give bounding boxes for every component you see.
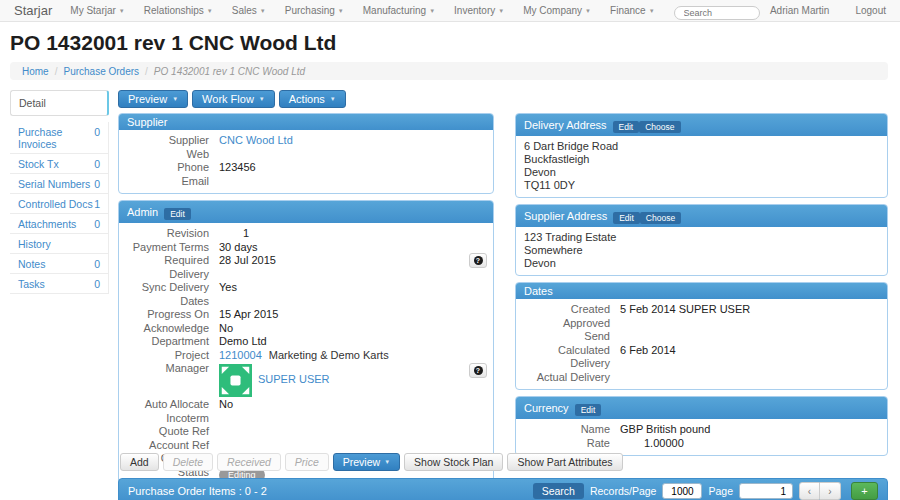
records-per-page-input[interactable]: [662, 483, 702, 499]
page-number-input[interactable]: [739, 483, 793, 499]
footer-search-button[interactable]: Search: [533, 483, 584, 499]
button-label: Received: [227, 456, 271, 468]
nav-menu-manufacturing[interactable]: Manufacturing▼: [363, 5, 435, 16]
add-button[interactable]: Add: [120, 453, 159, 471]
nav-menu-purchasing[interactable]: Purchasing▼: [285, 5, 344, 16]
field-value: [219, 412, 485, 426]
logout-link[interactable]: Logout: [855, 5, 886, 16]
side-column: Delivery Address EditChoose 6 Dart Bridg…: [515, 113, 888, 462]
nav-menu-finance[interactable]: Finance▼: [610, 5, 655, 16]
search-input[interactable]: [674, 6, 760, 20]
preview-button-label: Preview: [128, 93, 167, 105]
sidebar-item-count: 0: [94, 126, 100, 150]
page-label: Page: [708, 485, 733, 497]
nav-menu-label: Manufacturing: [363, 5, 426, 16]
edit-button[interactable]: Edit: [164, 208, 191, 220]
field-label: Web: [127, 148, 219, 162]
show-stock-plan-button[interactable]: Show Stock Plan: [404, 453, 503, 471]
nav-menu-label: My Starjar: [70, 5, 116, 16]
sidebar-item-history[interactable]: History: [10, 234, 108, 254]
preview-button[interactable]: Preview▼: [333, 453, 400, 471]
sidebar-item-serial-numbers[interactable]: Serial Numbers0: [10, 174, 108, 194]
add-item-button[interactable]: +: [851, 482, 878, 500]
field-row-department: DepartmentDemo Ltd: [127, 335, 485, 349]
field-label: Quote Ref: [127, 425, 219, 439]
field-value: [620, 330, 879, 344]
preview-button[interactable]: Preview ▼: [118, 90, 188, 108]
items-footer-controls: Search Records/Page Page ‹ › +: [533, 482, 878, 500]
sidebar-item-stock-tx[interactable]: Stock Tx0: [10, 154, 108, 174]
brand-logo[interactable]: Starjar: [14, 3, 52, 18]
field-label: Rate: [524, 437, 620, 451]
help-icon[interactable]: ?: [469, 363, 487, 378]
panel-title: Supplier Address: [524, 210, 607, 222]
choose-button[interactable]: Choose: [639, 121, 680, 133]
sidebar-item-label: Serial Numbers: [18, 178, 90, 190]
previous-page-button[interactable]: ‹: [799, 482, 820, 500]
field-value: 1210004Marketing & Demo Karts: [219, 349, 485, 363]
nav-menu-relationships[interactable]: Relationships▼: [144, 5, 213, 16]
user-avatar: [219, 364, 252, 397]
edit-button[interactable]: Edit: [613, 212, 640, 224]
price-button: Price: [285, 453, 329, 471]
workflow-button-label: Work Flow: [202, 93, 254, 105]
choose-button[interactable]: Choose: [640, 212, 681, 224]
field-value: [620, 317, 879, 331]
field-value: 15 Apr 2015: [219, 308, 485, 322]
nav-menu-inventory[interactable]: Inventory▼: [454, 5, 504, 16]
sidebar-item-purchase-invoices[interactable]: Purchase Invoices0: [10, 122, 108, 154]
caret-down-icon: ▼: [259, 96, 265, 102]
address-line: Buckfastleigh: [524, 153, 879, 166]
field-row-email: Email: [127, 175, 485, 189]
panel-title: Supplier: [127, 116, 167, 128]
field-label: Progress On: [127, 308, 219, 322]
field-label: Account Ref: [127, 439, 219, 453]
supplier-address-header: Supplier Address EditChoose: [516, 205, 887, 227]
edit-button[interactable]: Edit: [575, 404, 602, 416]
edit-button[interactable]: Edit: [613, 121, 640, 133]
field-value-text: 1.00000: [644, 437, 684, 449]
field-label: Revision: [127, 227, 219, 241]
field-row-required-delivery: Required Delivery28 Jul 2015: [127, 254, 485, 281]
breadcrumb-link-purchase-orders[interactable]: Purchase Orders: [63, 66, 139, 77]
sidebar-item-notes[interactable]: Notes0: [10, 254, 108, 274]
breadcrumb-link-home[interactable]: Home: [22, 66, 49, 77]
sidebar-item-label: Tasks: [18, 278, 45, 290]
manager-link[interactable]: SUPER USER: [258, 373, 330, 387]
panel-title: Admin: [127, 206, 158, 218]
question-mark-icon: ?: [474, 366, 483, 375]
sidebar-item-controlled-docs[interactable]: Controlled Docs1: [10, 194, 108, 214]
field-value: 28 Jul 2015: [219, 254, 485, 281]
nav-menu-my-starjar[interactable]: My Starjar▼: [70, 5, 125, 16]
address-line: Devon: [524, 257, 879, 270]
nav-menu-sales[interactable]: Sales▼: [232, 5, 266, 16]
nav-search: [674, 2, 760, 20]
field-row-account-ref: Account Ref: [127, 439, 485, 453]
caret-down-icon: ▼: [330, 96, 336, 102]
nav-menu-my-company[interactable]: My Company▼: [523, 5, 591, 16]
actions-button[interactable]: Actions ▼: [279, 90, 346, 108]
field-value: CNC Wood Ltd: [219, 134, 485, 148]
button-label: Delete: [173, 456, 203, 468]
button-label: Price: [295, 456, 319, 468]
button-label: Preview: [343, 456, 380, 468]
field-value: [219, 425, 485, 439]
supplier-link[interactable]: CNC Wood Ltd: [219, 134, 293, 146]
next-page-button[interactable]: ›: [820, 482, 841, 500]
project-link[interactable]: 1210004: [219, 349, 262, 361]
sidebar-item-count: 0: [94, 178, 100, 190]
show-part-attributes-button[interactable]: Show Part Attributes: [507, 453, 622, 471]
nav-menu-label: My Company: [523, 5, 582, 16]
workflow-button[interactable]: Work Flow ▼: [192, 90, 275, 108]
address-line: Devon: [524, 166, 879, 179]
user-menu[interactable]: Adrian Martin: [770, 5, 829, 16]
sidebar-item-tasks[interactable]: Tasks0: [10, 274, 108, 294]
field-value: 1.00000: [620, 437, 879, 451]
sidebar-list: Purchase Invoices0Stock Tx0Serial Number…: [10, 122, 109, 294]
sidebar-item-detail[interactable]: Detail: [10, 90, 109, 116]
field-row-payment-terms: Payment Terms30 days: [127, 241, 485, 255]
help-icon[interactable]: ?: [469, 253, 487, 268]
items-footer-title: Purchase Order Items : 0 - 2: [128, 485, 267, 497]
sidebar-item-attachments[interactable]: Attachments0: [10, 214, 108, 234]
field-value: No: [219, 322, 485, 336]
